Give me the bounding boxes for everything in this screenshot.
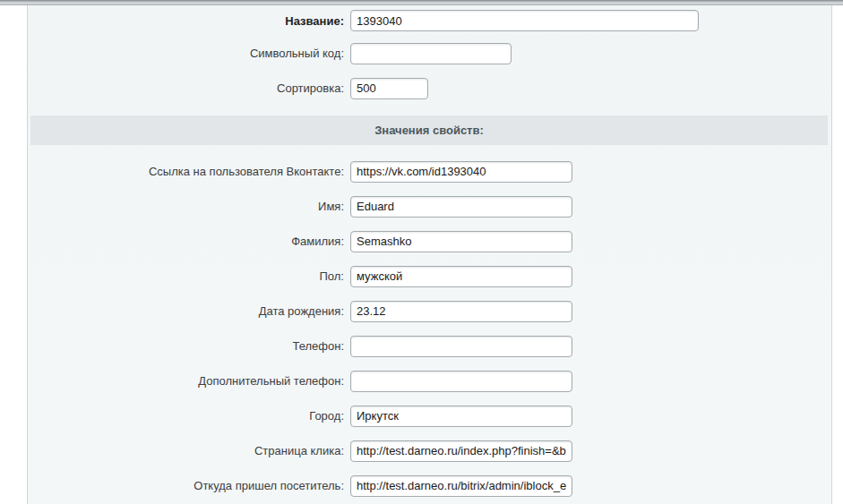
form-row: Дополнительный телефон: xyxy=(28,363,831,398)
field-input[interactable] xyxy=(350,266,572,287)
form-row: Пол: xyxy=(28,259,831,294)
form-row: Фамилия: xyxy=(28,224,831,259)
property-fields-group: Ссылка на пользователя Вконтакте:Имя:Фам… xyxy=(28,145,831,503)
field-cell xyxy=(350,161,572,183)
field-cell xyxy=(350,336,572,357)
field-cell xyxy=(350,43,512,64)
field-cell xyxy=(350,10,699,31)
form-row: Название: xyxy=(28,5,831,36)
field-input[interactable] xyxy=(350,440,572,462)
field-label: Имя: xyxy=(28,200,350,213)
field-cell xyxy=(350,406,572,427)
field-input[interactable] xyxy=(350,196,572,218)
field-input[interactable] xyxy=(350,161,572,183)
field-cell xyxy=(350,266,572,287)
form-row: Откуда пришел посетитель: xyxy=(28,468,831,503)
field-input[interactable] xyxy=(350,475,572,497)
field-input[interactable] xyxy=(350,10,699,31)
field-label: Страница клика: xyxy=(28,444,350,457)
field-label: Дата рождения: xyxy=(28,304,350,318)
form-row: Символьный код: xyxy=(28,36,831,71)
field-cell xyxy=(350,440,572,462)
field-cell xyxy=(350,78,428,99)
field-input[interactable] xyxy=(350,43,512,64)
field-label: Сортировка: xyxy=(28,81,350,95)
form-row: Телефон: xyxy=(28,329,831,363)
field-label: Город: xyxy=(28,409,350,423)
form-row: Город: xyxy=(28,398,831,433)
field-cell xyxy=(350,475,572,497)
form-row: Сортировка: xyxy=(28,71,831,106)
form-panel: Название:Символьный код:Сортировка: Знач… xyxy=(27,5,832,504)
field-input[interactable] xyxy=(350,78,428,99)
field-cell xyxy=(350,231,572,252)
field-input[interactable] xyxy=(350,231,572,252)
field-label: Пол: xyxy=(28,269,350,283)
form-row: Имя: xyxy=(28,189,831,224)
field-label: Название: xyxy=(28,14,350,28)
form-row: Страница клика: xyxy=(28,433,831,468)
section-header-property-values: Значения свойств: xyxy=(30,115,828,145)
field-label: Телефон: xyxy=(28,339,350,353)
main-fields-group: Название:Символьный код:Сортировка: xyxy=(28,5,831,106)
field-label: Символьный код: xyxy=(28,47,350,60)
field-label: Откуда пришел посетитель: xyxy=(28,479,350,492)
field-cell xyxy=(350,371,572,392)
field-input[interactable] xyxy=(350,301,572,322)
field-input[interactable] xyxy=(350,336,572,357)
field-label: Ссылка на пользователя Вконтакте: xyxy=(28,165,350,178)
field-input[interactable] xyxy=(350,371,572,392)
form-row: Ссылка на пользователя Вконтакте: xyxy=(28,154,831,189)
field-label: Дополнительный телефон: xyxy=(28,374,350,388)
field-input[interactable] xyxy=(350,406,572,427)
form-row: Дата рождения: xyxy=(28,294,831,329)
field-cell xyxy=(350,301,572,322)
field-label: Фамилия: xyxy=(28,235,350,248)
field-cell xyxy=(350,196,572,218)
